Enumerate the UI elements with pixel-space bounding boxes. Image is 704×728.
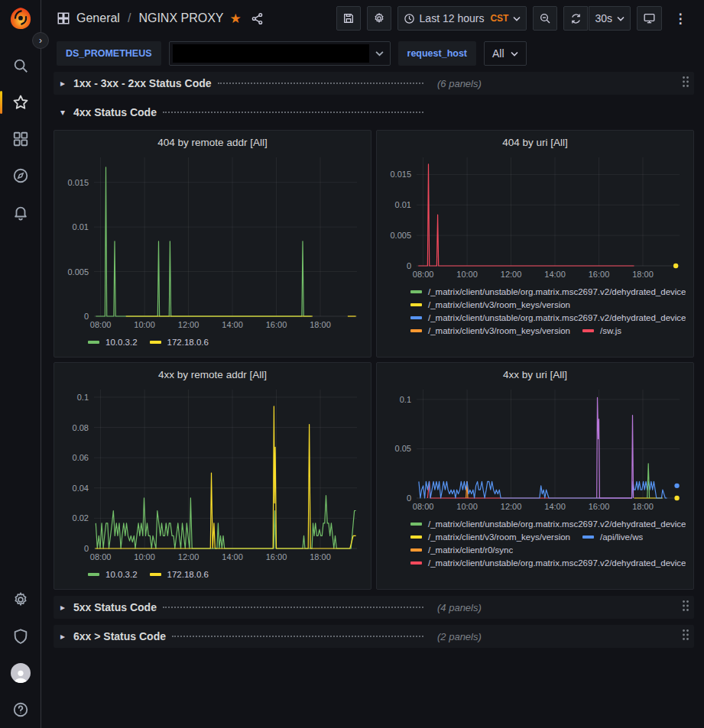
legend-item[interactable]: /_matrix/client/unstable/org.matrix.msc2…	[410, 558, 686, 568]
svg-text:12:00: 12:00	[178, 552, 200, 561]
svg-text:16:00: 16:00	[266, 552, 287, 561]
favorite-star-icon[interactable]: ★	[230, 12, 242, 25]
legend-item[interactable]: /_matrix/client/v3/room_keys/version	[410, 532, 570, 542]
svg-text:0: 0	[407, 493, 411, 503]
refresh-button[interactable]	[563, 6, 588, 31]
row-title[interactable]: 6xx > Status Code	[73, 630, 166, 642]
legend-item[interactable]: /_matrix/client/unstable/org.matrix.msc2…	[410, 519, 686, 529]
svg-text:0.015: 0.015	[390, 170, 411, 179]
datasource-variable-label[interactable]: DS_PROMETHEUS	[57, 41, 161, 66]
svg-text:0.08: 0.08	[73, 423, 89, 432]
legend-label: /_matrix/client/v3/room_keys/version	[428, 300, 570, 309]
row-panel-count: (6 panels)	[437, 78, 482, 89]
svg-text:18:00: 18:00	[632, 502, 654, 511]
legend-item[interactable]: /sw.js	[582, 326, 621, 335]
row-4xx[interactable]: ▾ 4xx Status Code	[54, 101, 694, 124]
grafana-logo-icon[interactable]	[8, 6, 33, 31]
apps-grid-icon[interactable]	[57, 11, 70, 25]
sidebar-item-explore[interactable]	[5, 160, 36, 191]
breadcrumb-section[interactable]: General	[76, 11, 120, 25]
svg-text:14:00: 14:00	[544, 270, 566, 279]
clock-icon	[404, 13, 415, 24]
legend-item[interactable]: /_matrix/client/unstable/org.matrix.msc2…	[410, 313, 686, 322]
legend-label: /_matrix/client/r0/sync	[428, 545, 513, 555]
sidebar-item-server-admin[interactable]	[5, 621, 36, 652]
legend-item[interactable]: 10.0.3.2	[88, 338, 138, 347]
row-drag-handle[interactable]	[682, 76, 689, 91]
svg-text:18:00: 18:00	[310, 320, 331, 329]
svg-text:0: 0	[84, 312, 89, 321]
chevron-down-icon	[617, 16, 625, 21]
timezone-label: CST	[490, 13, 508, 24]
panel-title[interactable]: 404 by uri [All]	[383, 134, 687, 150]
zoom-out-time-button[interactable]	[533, 6, 557, 31]
legend-item[interactable]: /_matrix/client/v3/room_keys/version	[410, 326, 570, 335]
legend-item[interactable]: 10.0.3.2	[88, 570, 138, 579]
legend-item[interactable]: /_matrix/client/r0/sync	[410, 545, 513, 555]
zoom-out-icon	[539, 12, 551, 24]
row-6xx[interactable]: ▸ 6xx > Status Code (2 panels)	[54, 625, 694, 648]
refresh-interval-dropdown[interactable]: 30s	[589, 6, 631, 31]
datasource-variable-picker[interactable]	[169, 41, 391, 66]
sidebar-item-search[interactable]	[5, 50, 36, 81]
sidebar-item-dashboards[interactable]	[5, 124, 36, 154]
legend-label: /_matrix/client/unstable/org.matrix.msc2…	[428, 287, 686, 296]
legend-swatch	[150, 573, 161, 576]
svg-text:0: 0	[407, 261, 411, 270]
dashboard-settings-button[interactable]	[367, 6, 391, 31]
panel-title[interactable]: 4xx by uri [All]	[383, 367, 687, 382]
request-host-variable-label[interactable]: request_host	[398, 41, 477, 66]
panel-title[interactable]: 404 by remote addr [All]	[60, 134, 365, 150]
more-options-kebab[interactable]: ⋮	[668, 6, 693, 31]
request-host-variable-picker[interactable]: All	[484, 41, 527, 66]
panel-legend: 10.0.3.2172.18.0.6	[60, 568, 365, 579]
row-5xx[interactable]: ▸ 5xx Status Code (4 panels)	[54, 596, 694, 619]
sidebar-expand-button[interactable]: ›	[32, 32, 49, 49]
sidebar-item-alerting[interactable]	[5, 197, 36, 228]
sidebar-item-starred[interactable]	[5, 87, 36, 118]
cycle-view-mode-button[interactable]	[637, 6, 662, 31]
svg-text:16:00: 16:00	[589, 502, 610, 511]
save-icon	[342, 12, 355, 24]
legend-item[interactable]: /_matrix/client/v3/room_keys/version	[410, 300, 570, 309]
chart-canvas[interactable]: 00.0050.010.01508:0010:0012:0014:0016:00…	[383, 150, 687, 286]
row-dotted-leader	[163, 607, 423, 608]
row-drag-handle[interactable]	[682, 600, 689, 615]
row-1xx-3xx-2xx[interactable]: ▸ 1xx - 3xx - 2xx Status Code (6 panels)	[54, 72, 694, 95]
save-dashboard-button[interactable]	[336, 6, 361, 31]
chart-canvas[interactable]: 00.050.108:0010:0012:0014:0016:0018:00	[383, 382, 687, 518]
sidebar-item-profile[interactable]	[5, 658, 36, 688]
chevron-down-icon: ▾	[57, 107, 69, 118]
sidebar-item-configuration[interactable]	[5, 584, 36, 615]
legend-item[interactable]: 172.18.0.6	[150, 570, 209, 579]
time-range-picker[interactable]: Last 12 hours CST	[397, 6, 527, 31]
share-icon[interactable]	[251, 12, 264, 25]
svg-text:0.1: 0.1	[400, 395, 411, 404]
dashboard-scroll-area[interactable]: ▸ 1xx - 3xx - 2xx Status Code (6 panels)…	[41, 70, 704, 728]
chart-canvas[interactable]: 00.0050.010.01508:0010:0012:0014:0016:00…	[60, 150, 365, 336]
svg-text:12:00: 12:00	[178, 320, 200, 329]
compass-icon	[12, 167, 29, 184]
row-drag-handle[interactable]	[682, 629, 689, 644]
row-title[interactable]: 5xx Status Code	[73, 601, 157, 613]
row-title[interactable]: 1xx - 3xx - 2xx Status Code	[73, 77, 212, 89]
monitor-icon	[643, 12, 656, 24]
legend-label: /_matrix/client/unstable/org.matrix.msc2…	[428, 558, 686, 568]
sidebar-item-help[interactable]	[5, 694, 36, 725]
legend-item[interactable]: /_matrix/client/unstable/org.matrix.msc2…	[410, 287, 686, 296]
chevron-right-icon: ▸	[57, 631, 69, 642]
panel-404-by-remote-addr: 404 by remote addr [All]00.0050.010.0150…	[54, 130, 371, 358]
legend-item[interactable]: 172.18.0.6	[150, 338, 209, 347]
chart-canvas[interactable]: 00.020.040.060.080.108:0010:0012:0014:00…	[60, 382, 365, 568]
row-title[interactable]: 4xx Status Code	[73, 106, 157, 118]
legend-swatch	[582, 329, 594, 332]
svg-text:0: 0	[84, 544, 89, 553]
panel-title[interactable]: 4xx by remote addr [All]	[60, 367, 365, 382]
breadcrumb: General / NGINX PROXY ★	[57, 11, 264, 25]
legend-item[interactable]: /api/live/ws	[582, 532, 643, 542]
legend-label: /sw.js	[600, 326, 621, 335]
legend-swatch	[410, 290, 422, 293]
svg-text:0.005: 0.005	[67, 267, 89, 277]
svg-text:10:00: 10:00	[134, 320, 155, 329]
svg-text:10:00: 10:00	[456, 502, 478, 511]
